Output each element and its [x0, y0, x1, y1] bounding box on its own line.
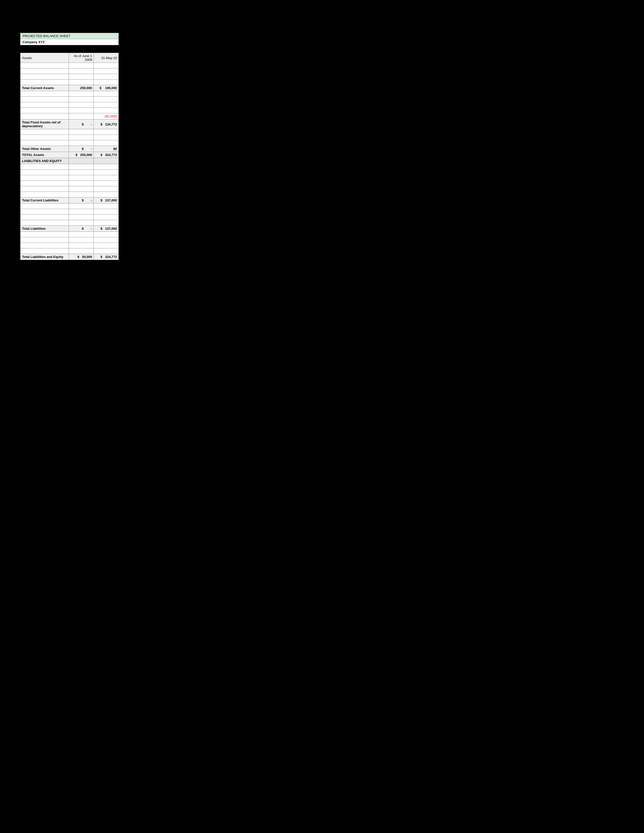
- blank-row-8: [21, 108, 119, 113]
- liabilities-equity-header-row: LIABILITIES AND EQUITY: [21, 158, 119, 164]
- blank-row-5: [21, 91, 119, 96]
- total-current-liabilities-val2: $ 137,000: [94, 198, 119, 203]
- blank-row-10: [21, 135, 119, 140]
- total-other-assets-row: Total Other Assets $ - $0: [21, 146, 119, 152]
- total-fixed-assets-row: Total Fixed Assets net ofdepreciation) $…: [21, 119, 119, 129]
- blank-row-14: [21, 175, 119, 181]
- total-liabilities-val2: $ 137,000: [94, 226, 119, 232]
- sheet-container: PROJECTED BALANCE SHEET Company XYZ Asse…: [20, 33, 119, 260]
- col2-header: 31-May-10: [94, 53, 119, 63]
- title-row: PROJECTED BALANCE SHEET: [20, 33, 119, 39]
- total-assets-val2: $ 324,772: [94, 152, 119, 158]
- total-current-assets-row: Total Current Assets 250,000 $ 190,000: [21, 85, 119, 91]
- total-liabilities-equity-row: Total Liabilities and Equity $ 50,000 $ …: [21, 254, 119, 260]
- total-other-assets-val1: $ -: [69, 146, 94, 152]
- company-text: Company XYZ: [23, 40, 45, 44]
- blank-row-25: [21, 248, 119, 254]
- blank-row-23: [21, 237, 119, 243]
- tca-dollar: $: [100, 86, 101, 90]
- blank-row-15: [21, 181, 119, 186]
- assets-header-table: Assets As of June 1 2009 31-May-10 Tot: [20, 53, 119, 260]
- total-current-liabilities-row: Total Current Liabilities $ - $ 137,000: [21, 198, 119, 203]
- liabilities-equity-label: LIABILITIES AND EQUITY: [21, 158, 69, 164]
- blank-row-17: [21, 192, 119, 198]
- total-assets-label: TOTAL Assets: [21, 152, 69, 158]
- total-current-assets-label: Total Current Assets: [21, 85, 69, 91]
- total-current-assets-val1: 250,000: [69, 85, 94, 91]
- total-assets-row: TOTAL Assets $ 250,000 $ 324,772: [21, 152, 119, 158]
- company-row: Company XYZ: [20, 39, 119, 45]
- total-liabilities-equity-label: Total Liabilities and Equity: [21, 254, 69, 260]
- blank-row-3: [21, 74, 119, 79]
- blank-row-16: [21, 186, 119, 192]
- total-assets-val1: $ 250,000: [69, 152, 94, 158]
- blank-row-7: [21, 102, 119, 108]
- total-fixed-assets-label: Total Fixed Assets net ofdepreciation): [21, 119, 69, 129]
- assets-header-row: Assets As of June 1 2009 31-May-10: [21, 53, 119, 63]
- total-fixed-assets-val1: $ -: [69, 119, 94, 129]
- assets-label: Assets: [21, 53, 69, 63]
- blank-row-11: [21, 140, 119, 146]
- total-current-liabilities-label: Total Current Liabilities: [21, 198, 69, 203]
- blank-row-4: [21, 79, 119, 85]
- total-fixed-assets-val2: $ 134,772: [94, 119, 119, 129]
- blank-row-9: [21, 129, 119, 135]
- blank-row-1: [21, 63, 119, 68]
- total-other-assets-val2: $0: [94, 146, 119, 152]
- blank-row-24: [21, 243, 119, 248]
- title-text: PROJECTED BALANCE SHEET: [23, 34, 71, 38]
- blank-row-12: [21, 164, 119, 170]
- total-liabilities-row: Total Liabilities $ - $ 137,000: [21, 226, 119, 232]
- blank-row-21: [21, 220, 119, 226]
- total-liabilities-label: Total Liabilities: [21, 226, 69, 232]
- total-liabilities-val1: $ -: [69, 226, 94, 232]
- total-liabilities-equity-val1: $ 50,000: [69, 254, 94, 260]
- blank-row-6: [21, 96, 119, 102]
- blank-row-2: [21, 68, 119, 74]
- blank-row-18: [21, 203, 119, 209]
- depreciation-note: ($2,000): [105, 114, 117, 118]
- total-liabilities-equity-val2: $ 324,772: [94, 254, 119, 260]
- blank-row-13: [21, 170, 119, 175]
- col1-header: As of June 1 2009: [69, 53, 94, 63]
- blank-row-20: [21, 215, 119, 220]
- total-other-assets-label: Total Other Assets: [21, 146, 69, 152]
- depreciation-note-row: ($2,000): [21, 113, 119, 119]
- blank-row-22: [21, 232, 119, 237]
- blank-row-19: [21, 209, 119, 215]
- tca-num: 190,000: [105, 86, 117, 90]
- total-current-liabilities-val1: $ -: [69, 198, 94, 203]
- total-current-assets-val2: $ 190,000: [94, 85, 119, 91]
